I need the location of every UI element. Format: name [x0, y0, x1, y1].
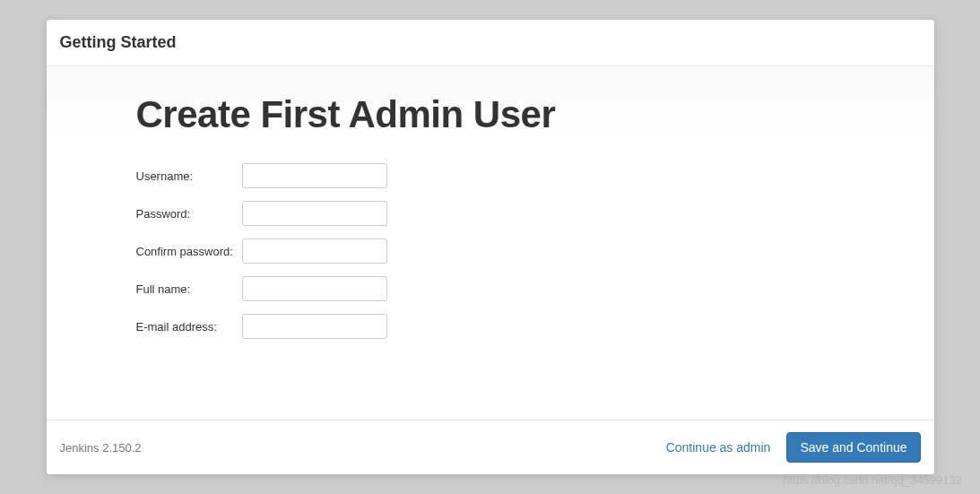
page-title: Create First Admin User	[136, 93, 845, 136]
form-row-password: Password:	[136, 201, 845, 226]
setup-wizard-modal: Getting Started Create First Admin User …	[47, 20, 934, 474]
footer-actions: Continue as admin Save and Continue	[666, 432, 921, 463]
modal-header-title: Getting Started	[60, 33, 921, 52]
confirm-password-label: Confirm password:	[136, 245, 242, 258]
form-row-full-name: Full name:	[136, 276, 845, 301]
modal-footer: Jenkins 2.150.2 Continue as admin Save a…	[47, 420, 934, 474]
modal-header: Getting Started	[47, 20, 934, 66]
email-input[interactable]	[242, 314, 387, 339]
confirm-password-input[interactable]	[242, 238, 387, 264]
version-text: Jenkins 2.150.2	[60, 441, 142, 455]
full-name-label: Full name:	[136, 282, 242, 296]
form-row-username: Username:	[136, 163, 845, 188]
watermark-text: https://blog.csdn.net/qq_34599132	[784, 473, 963, 487]
full-name-input[interactable]	[242, 276, 387, 301]
save-and-continue-button[interactable]: Save and Continue	[786, 432, 920, 463]
form-row-email: E-mail address:	[136, 314, 845, 339]
form-row-confirm-password: Confirm password:	[136, 238, 845, 264]
password-label: Password:	[136, 207, 242, 221]
modal-body: Create First Admin User Username: Passwo…	[47, 66, 934, 420]
password-input[interactable]	[242, 201, 387, 226]
email-label: E-mail address:	[136, 320, 242, 334]
username-input[interactable]	[242, 163, 387, 188]
continue-as-admin-button[interactable]: Continue as admin	[666, 440, 771, 455]
username-label: Username:	[136, 169, 242, 183]
